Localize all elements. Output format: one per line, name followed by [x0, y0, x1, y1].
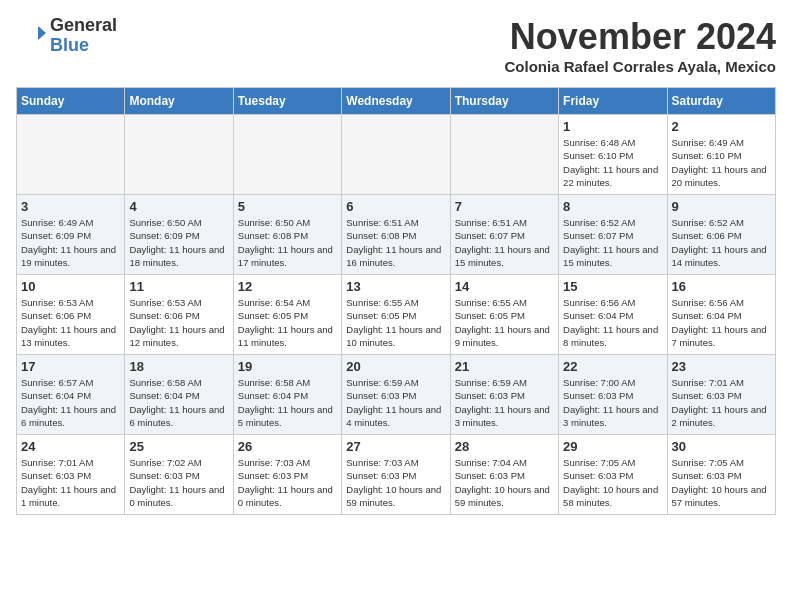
logo: General Blue — [16, 16, 117, 56]
calendar-cell: 5Sunrise: 6:50 AM Sunset: 6:08 PM Daylig… — [233, 195, 341, 275]
day-info: Sunrise: 6:55 AM Sunset: 6:05 PM Dayligh… — [455, 296, 554, 349]
logo-general-text: General — [50, 16, 117, 36]
day-info: Sunrise: 6:50 AM Sunset: 6:09 PM Dayligh… — [129, 216, 228, 269]
day-info: Sunrise: 6:59 AM Sunset: 6:03 PM Dayligh… — [346, 376, 445, 429]
calendar-cell: 28Sunrise: 7:04 AM Sunset: 6:03 PM Dayli… — [450, 435, 558, 515]
calendar-cell: 16Sunrise: 6:56 AM Sunset: 6:04 PM Dayli… — [667, 275, 775, 355]
day-info: Sunrise: 7:05 AM Sunset: 6:03 PM Dayligh… — [563, 456, 662, 509]
day-info: Sunrise: 6:56 AM Sunset: 6:04 PM Dayligh… — [563, 296, 662, 349]
col-header-monday: Monday — [125, 88, 233, 115]
logo-blue-text: Blue — [50, 36, 117, 56]
day-info: Sunrise: 7:03 AM Sunset: 6:03 PM Dayligh… — [346, 456, 445, 509]
day-number: 28 — [455, 439, 554, 454]
col-header-saturday: Saturday — [667, 88, 775, 115]
calendar-cell — [233, 115, 341, 195]
calendar-body: 1Sunrise: 6:48 AM Sunset: 6:10 PM Daylig… — [17, 115, 776, 515]
calendar-week-row: 1Sunrise: 6:48 AM Sunset: 6:10 PM Daylig… — [17, 115, 776, 195]
calendar-cell: 19Sunrise: 6:58 AM Sunset: 6:04 PM Dayli… — [233, 355, 341, 435]
calendar-cell — [125, 115, 233, 195]
calendar-cell: 6Sunrise: 6:51 AM Sunset: 6:08 PM Daylig… — [342, 195, 450, 275]
col-header-tuesday: Tuesday — [233, 88, 341, 115]
calendar-cell: 14Sunrise: 6:55 AM Sunset: 6:05 PM Dayli… — [450, 275, 558, 355]
calendar-week-row: 24Sunrise: 7:01 AM Sunset: 6:03 PM Dayli… — [17, 435, 776, 515]
day-number: 4 — [129, 199, 228, 214]
calendar-cell: 4Sunrise: 6:50 AM Sunset: 6:09 PM Daylig… — [125, 195, 233, 275]
calendar-cell — [450, 115, 558, 195]
day-info: Sunrise: 6:55 AM Sunset: 6:05 PM Dayligh… — [346, 296, 445, 349]
day-info: Sunrise: 6:58 AM Sunset: 6:04 PM Dayligh… — [238, 376, 337, 429]
day-number: 24 — [21, 439, 120, 454]
calendar-week-row: 3Sunrise: 6:49 AM Sunset: 6:09 PM Daylig… — [17, 195, 776, 275]
title-block: November 2024 Colonia Rafael Corrales Ay… — [505, 16, 777, 75]
page-header: General Blue November 2024 Colonia Rafae… — [16, 16, 776, 75]
day-number: 14 — [455, 279, 554, 294]
calendar-week-row: 10Sunrise: 6:53 AM Sunset: 6:06 PM Dayli… — [17, 275, 776, 355]
day-number: 29 — [563, 439, 662, 454]
calendar-cell: 27Sunrise: 7:03 AM Sunset: 6:03 PM Dayli… — [342, 435, 450, 515]
calendar-cell: 10Sunrise: 6:53 AM Sunset: 6:06 PM Dayli… — [17, 275, 125, 355]
day-info: Sunrise: 7:00 AM Sunset: 6:03 PM Dayligh… — [563, 376, 662, 429]
day-number: 2 — [672, 119, 771, 134]
day-number: 16 — [672, 279, 771, 294]
day-info: Sunrise: 7:05 AM Sunset: 6:03 PM Dayligh… — [672, 456, 771, 509]
day-info: Sunrise: 6:51 AM Sunset: 6:08 PM Dayligh… — [346, 216, 445, 269]
day-number: 25 — [129, 439, 228, 454]
calendar-cell: 15Sunrise: 6:56 AM Sunset: 6:04 PM Dayli… — [559, 275, 667, 355]
day-number: 20 — [346, 359, 445, 374]
day-info: Sunrise: 6:51 AM Sunset: 6:07 PM Dayligh… — [455, 216, 554, 269]
day-number: 30 — [672, 439, 771, 454]
calendar-cell: 17Sunrise: 6:57 AM Sunset: 6:04 PM Dayli… — [17, 355, 125, 435]
day-info: Sunrise: 6:59 AM Sunset: 6:03 PM Dayligh… — [455, 376, 554, 429]
calendar-cell: 2Sunrise: 6:49 AM Sunset: 6:10 PM Daylig… — [667, 115, 775, 195]
col-header-friday: Friday — [559, 88, 667, 115]
day-number: 23 — [672, 359, 771, 374]
day-number: 15 — [563, 279, 662, 294]
day-number: 7 — [455, 199, 554, 214]
col-header-thursday: Thursday — [450, 88, 558, 115]
day-info: Sunrise: 7:01 AM Sunset: 6:03 PM Dayligh… — [672, 376, 771, 429]
day-info: Sunrise: 6:49 AM Sunset: 6:10 PM Dayligh… — [672, 136, 771, 189]
calendar-cell: 8Sunrise: 6:52 AM Sunset: 6:07 PM Daylig… — [559, 195, 667, 275]
calendar-cell: 21Sunrise: 6:59 AM Sunset: 6:03 PM Dayli… — [450, 355, 558, 435]
day-number: 22 — [563, 359, 662, 374]
calendar-cell: 7Sunrise: 6:51 AM Sunset: 6:07 PM Daylig… — [450, 195, 558, 275]
col-header-sunday: Sunday — [17, 88, 125, 115]
day-number: 3 — [21, 199, 120, 214]
calendar-table: SundayMondayTuesdayWednesdayThursdayFrid… — [16, 87, 776, 515]
calendar-cell: 11Sunrise: 6:53 AM Sunset: 6:06 PM Dayli… — [125, 275, 233, 355]
calendar-cell: 25Sunrise: 7:02 AM Sunset: 6:03 PM Dayli… — [125, 435, 233, 515]
location-text: Colonia Rafael Corrales Ayala, Mexico — [505, 58, 777, 75]
day-number: 6 — [346, 199, 445, 214]
calendar-header-row: SundayMondayTuesdayWednesdayThursdayFrid… — [17, 88, 776, 115]
day-info: Sunrise: 6:48 AM Sunset: 6:10 PM Dayligh… — [563, 136, 662, 189]
day-number: 8 — [563, 199, 662, 214]
calendar-cell: 12Sunrise: 6:54 AM Sunset: 6:05 PM Dayli… — [233, 275, 341, 355]
month-title: November 2024 — [505, 16, 777, 58]
day-number: 1 — [563, 119, 662, 134]
day-number: 9 — [672, 199, 771, 214]
calendar-cell — [17, 115, 125, 195]
day-info: Sunrise: 6:49 AM Sunset: 6:09 PM Dayligh… — [21, 216, 120, 269]
calendar-cell: 18Sunrise: 6:58 AM Sunset: 6:04 PM Dayli… — [125, 355, 233, 435]
calendar-cell: 30Sunrise: 7:05 AM Sunset: 6:03 PM Dayli… — [667, 435, 775, 515]
day-number: 18 — [129, 359, 228, 374]
day-info: Sunrise: 7:01 AM Sunset: 6:03 PM Dayligh… — [21, 456, 120, 509]
day-number: 12 — [238, 279, 337, 294]
day-number: 10 — [21, 279, 120, 294]
calendar-week-row: 17Sunrise: 6:57 AM Sunset: 6:04 PM Dayli… — [17, 355, 776, 435]
calendar-cell — [342, 115, 450, 195]
day-info: Sunrise: 6:52 AM Sunset: 6:07 PM Dayligh… — [563, 216, 662, 269]
calendar-cell: 22Sunrise: 7:00 AM Sunset: 6:03 PM Dayli… — [559, 355, 667, 435]
day-number: 21 — [455, 359, 554, 374]
calendar-cell: 3Sunrise: 6:49 AM Sunset: 6:09 PM Daylig… — [17, 195, 125, 275]
calendar-cell: 23Sunrise: 7:01 AM Sunset: 6:03 PM Dayli… — [667, 355, 775, 435]
calendar-cell: 20Sunrise: 6:59 AM Sunset: 6:03 PM Dayli… — [342, 355, 450, 435]
day-info: Sunrise: 6:58 AM Sunset: 6:04 PM Dayligh… — [129, 376, 228, 429]
day-number: 11 — [129, 279, 228, 294]
day-info: Sunrise: 6:50 AM Sunset: 6:08 PM Dayligh… — [238, 216, 337, 269]
day-number: 5 — [238, 199, 337, 214]
calendar-cell: 26Sunrise: 7:03 AM Sunset: 6:03 PM Dayli… — [233, 435, 341, 515]
day-info: Sunrise: 6:54 AM Sunset: 6:05 PM Dayligh… — [238, 296, 337, 349]
day-info: Sunrise: 7:02 AM Sunset: 6:03 PM Dayligh… — [129, 456, 228, 509]
day-number: 19 — [238, 359, 337, 374]
